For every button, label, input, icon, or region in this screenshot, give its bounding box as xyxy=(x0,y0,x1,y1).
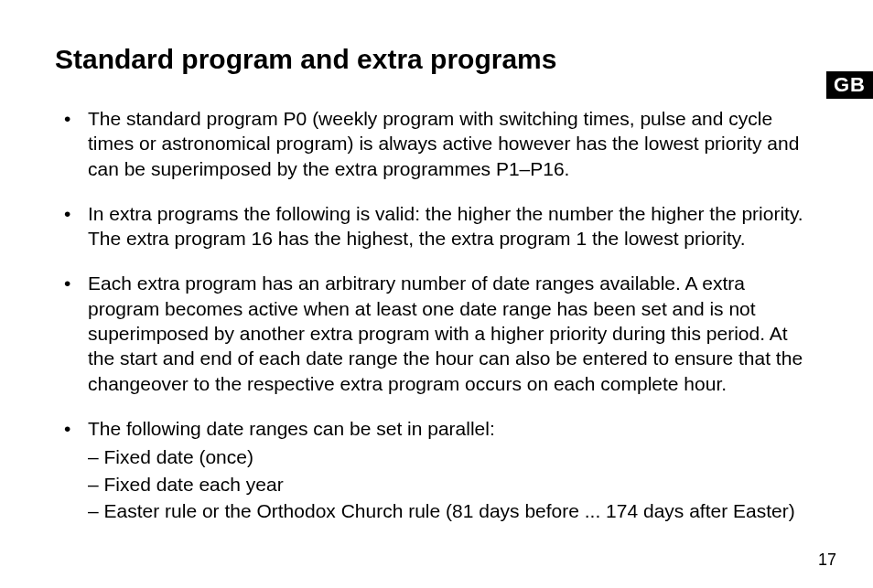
sub-list: – Fixed date (once) – Fixed date each ye… xyxy=(88,444,818,523)
page-title: Standard program and extra programs xyxy=(55,44,818,75)
list-item-text: Each extra program has an arbitrary numb… xyxy=(88,273,803,393)
bullet-list: The standard program P0 (weekly program … xyxy=(55,106,818,523)
list-item: The following date ranges can be set in … xyxy=(55,416,818,523)
list-item: In extra programs the following is valid… xyxy=(55,201,818,251)
body-content: The standard program P0 (weekly program … xyxy=(55,106,818,523)
list-item-text: In extra programs the following is valid… xyxy=(88,203,803,249)
sub-list-item: – Fixed date (once) xyxy=(88,444,818,469)
list-item: Each extra program has an arbitrary numb… xyxy=(55,271,818,395)
list-item: The standard program P0 (weekly program … xyxy=(55,106,818,181)
language-badge: GB xyxy=(826,71,873,99)
sub-list-item: – Fixed date each year xyxy=(88,472,818,497)
page: GB Standard program and extra programs T… xyxy=(0,0,873,588)
sub-list-item: – Easter rule or the Orthodox Church rul… xyxy=(88,498,818,523)
list-item-text: The standard program P0 (weekly program … xyxy=(88,108,799,179)
page-number: 17 xyxy=(818,551,836,570)
list-item-text: The following date ranges can be set in … xyxy=(88,418,495,439)
